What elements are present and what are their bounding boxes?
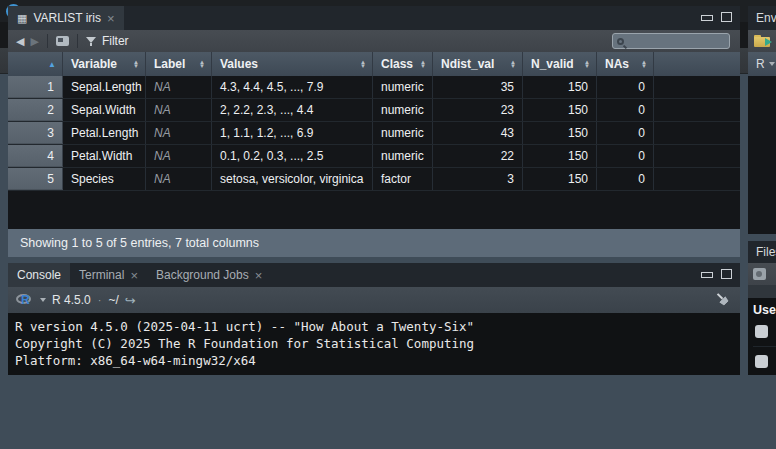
cell-ndist-val: 22 <box>433 145 523 167</box>
cell-ndist-val: 35 <box>433 76 523 98</box>
cell-variable: Species <box>63 168 146 190</box>
clear-console-icon[interactable] <box>712 289 733 310</box>
table-row: 4 Petal.Width NA 0.1, 0.2, 0.3, ..., 2.5… <box>8 145 740 168</box>
table-empty-area <box>8 191 740 229</box>
viewer-tab-label: VARLIST iris <box>33 11 101 25</box>
column-header-nas[interactable]: NAs▲▼ <box>597 52 654 76</box>
cell-ndist-val: 3 <box>433 168 523 190</box>
toolbar-separator <box>77 34 78 48</box>
files-tab-bar: Files <box>748 241 776 263</box>
cell-values: 0.1, 0.2, 0.3, ..., 2.5 <box>212 145 373 167</box>
tab-background-jobs[interactable]: Background Jobs × <box>147 263 271 287</box>
console-output[interactable]: R version 4.5.0 (2025-04-11 ucrt) -- "Ho… <box>8 313 740 375</box>
working-directory-label[interactable]: ~/ <box>108 293 118 307</box>
cell-variable: Sepal.Length <box>63 76 146 98</box>
column-header-label[interactable]: Label▲▼ <box>146 52 212 76</box>
cell-class: factor <box>373 168 433 190</box>
viewer-search-box[interactable] <box>612 33 730 49</box>
data-viewer-pane: ▦ VARLIST iris × ◀ ▶ Filter ▲ Variable▲▼… <box>8 6 740 257</box>
viewer-toolbar: ◀ ▶ Filter <box>8 30 740 52</box>
table-row: 3 Petal.Length NA 1, 1.1, 1.2, ..., 6.9 … <box>8 122 740 145</box>
package-checkbox[interactable] <box>755 325 768 338</box>
viewer-tab-bar: ▦ VARLIST iris × <box>8 6 740 30</box>
cell-class: numeric <box>373 145 433 167</box>
files-pane: Files User Library <box>748 241 776 375</box>
goto-directory-icon[interactable]: ↪ <box>125 294 136 307</box>
pane-window-buttons <box>701 12 732 22</box>
environment-content <box>748 76 776 234</box>
pane-window-buttons <box>701 269 732 279</box>
cell-rownum: 5 <box>8 168 63 190</box>
tab-terminal[interactable]: Terminal × <box>70 263 147 287</box>
sort-icon: ▲▼ <box>199 60 205 68</box>
list-item <box>753 317 776 347</box>
table-header-row: ▲ Variable▲▼ Label▲▼ Values▲▼ Class▲▼ Nd… <box>8 52 740 76</box>
cell-nas: 0 <box>597 168 654 190</box>
terminal-tab-label: Terminal <box>79 268 124 282</box>
back-icon[interactable]: ◀ <box>16 36 24 47</box>
package-icon[interactable] <box>753 268 766 280</box>
console-output-line: Copyright (C) 2025 The R Foundation for … <box>15 335 740 352</box>
sort-icon: ▲▼ <box>420 60 426 68</box>
cell-ndist-val: 23 <box>433 99 523 121</box>
console-tab-bar: Console Terminal × Background Jobs × <box>8 263 740 287</box>
tab-varlist-iris[interactable]: ▦ VARLIST iris × <box>8 6 124 30</box>
cell-values: 1, 1.1, 1.2, ..., 6.9 <box>212 122 373 144</box>
cell-variable: Sepal.Width <box>63 99 146 121</box>
sort-ascending-icon: ▲ <box>48 60 56 69</box>
maximize-icon[interactable] <box>721 269 732 279</box>
separator-dot: · <box>98 294 102 306</box>
table-status-bar: Showing 1 to 5 of 5 entries, 7 total col… <box>8 229 740 257</box>
console-output-line: Platform: x86_64-w64-mingw32/x64 <box>15 352 740 369</box>
load-workspace-icon[interactable] <box>754 35 771 48</box>
r-logo-icon[interactable]: R <box>16 293 34 307</box>
environment-language-selector[interactable]: R <box>748 52 776 76</box>
search-icon <box>617 38 624 45</box>
minimize-icon[interactable] <box>701 272 713 278</box>
cell-rownum: 1 <box>8 76 63 98</box>
console-pane: Console Terminal × Background Jobs × R R… <box>8 263 740 375</box>
table-row: 5 Species NA setosa, versicolor, virgini… <box>8 168 740 191</box>
close-icon[interactable]: × <box>130 269 138 282</box>
r-version-label[interactable]: R 4.5.0 <box>52 293 91 307</box>
background-jobs-tab-label: Background Jobs <box>156 268 249 282</box>
toolbar-separator <box>47 34 48 48</box>
cell-class: numeric <box>373 99 433 121</box>
maximize-icon[interactable] <box>721 12 732 22</box>
cell-n-valid: 150 <box>523 168 597 190</box>
cell-class: numeric <box>373 122 433 144</box>
cell-n-valid: 150 <box>523 99 597 121</box>
package-checkbox[interactable] <box>755 355 768 368</box>
packages-section-header: User Library <box>753 303 776 317</box>
column-header-variable[interactable]: Variable▲▼ <box>63 52 146 76</box>
cell-label: NA <box>146 145 212 167</box>
cell-label: NA <box>146 76 212 98</box>
cell-nas: 0 <box>597 122 654 144</box>
filter-label[interactable]: Filter <box>102 34 129 48</box>
column-header-rownum[interactable]: ▲ <box>8 52 63 76</box>
files-toolbar <box>748 263 776 285</box>
column-header-n-valid[interactable]: N_valid▲▼ <box>523 52 597 76</box>
tab-console[interactable]: Console <box>8 263 70 287</box>
close-icon[interactable]: × <box>255 269 263 282</box>
console-output-line: R version 4.5.0 (2025-04-11 ucrt) -- "Ho… <box>15 318 740 335</box>
viewer-search-input[interactable] <box>628 35 725 47</box>
sort-icon: ▲▼ <box>641 60 647 68</box>
data-grid-icon: ▦ <box>17 13 27 24</box>
table-row: 2 Sepal.Width NA 2, 2.2, 2.3, ..., 4.4 n… <box>8 99 740 122</box>
filter-icon[interactable] <box>86 37 96 46</box>
close-icon[interactable]: × <box>107 12 115 25</box>
chevron-down-icon[interactable] <box>40 298 46 302</box>
column-header-class[interactable]: Class▲▼ <box>373 52 433 76</box>
open-in-new-window-icon[interactable] <box>56 36 69 46</box>
tab-environment[interactable]: Environment <box>756 11 776 25</box>
cell-nas: 0 <box>597 76 654 98</box>
forward-icon[interactable]: ▶ <box>30 36 38 47</box>
cell-nas: 0 <box>597 145 654 167</box>
tab-files[interactable]: Files <box>756 245 776 259</box>
minimize-icon[interactable] <box>701 15 713 21</box>
cell-n-valid: 150 <box>523 76 597 98</box>
cell-label: NA <box>146 168 212 190</box>
column-header-values[interactable]: Values▲▼ <box>212 52 373 76</box>
column-header-ndist-val[interactable]: Ndist_val▲▼ <box>433 52 523 76</box>
